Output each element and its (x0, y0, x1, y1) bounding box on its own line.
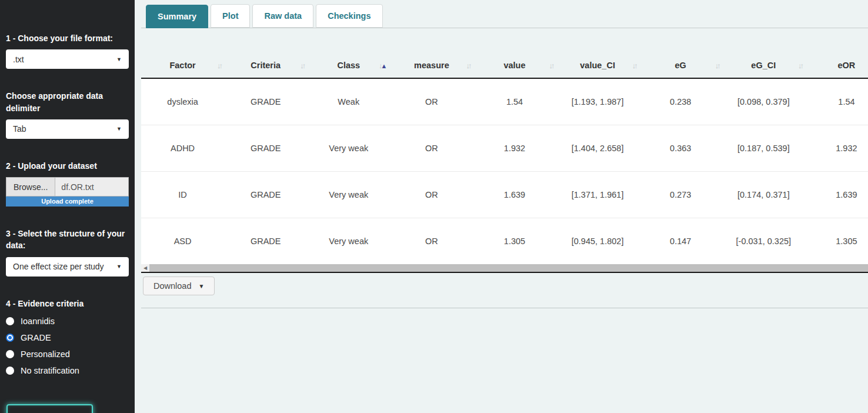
table-cell: ASD (141, 218, 224, 264)
radio-label: GRADE (21, 333, 51, 342)
tab-summary[interactable]: Summary (146, 5, 208, 28)
column-header-class[interactable]: Class↓▲ (307, 52, 390, 78)
column-header-measure[interactable]: measure↓↑ (390, 52, 473, 78)
column-header-label: eOR (838, 61, 856, 70)
table-cell: OR (390, 78, 473, 125)
radio-dot (8, 336, 12, 339)
sort-icon: ↓↑ (549, 61, 553, 69)
radio-label: Personalized (21, 349, 70, 359)
tab-raw-data[interactable]: Raw data (252, 4, 313, 28)
table-cell: [1.193, 1.987] (556, 78, 639, 125)
radio-label: No stratification (21, 366, 79, 375)
column-header-eg[interactable]: eG↓↑ (639, 52, 722, 78)
column-header-label: eG_CI (751, 61, 776, 70)
file-format-value: .txt (13, 55, 24, 64)
delimiter-label: Choose appropriate data delimiter (6, 90, 129, 114)
table-cell: GRADE (224, 78, 307, 125)
sort-icon: ↓↑ (466, 61, 470, 69)
uploaded-file-name[interactable]: df.OR.txt (55, 177, 129, 196)
upload-group: 2 - Upload your dataset Browse... df.OR.… (6, 160, 129, 206)
tab-checkings[interactable]: Checkings (316, 4, 382, 28)
table-cell: dyslexia (141, 78, 224, 125)
table-row: ADHDGRADEVery weakOR1.932[1.404, 2.658]0… (141, 125, 868, 171)
radio-unselected-icon[interactable] (6, 367, 14, 375)
table-cell: ADHD (141, 125, 224, 171)
radio-option-no-stratification[interactable]: No stratification (6, 366, 129, 375)
scrollbar-thumb[interactable] (149, 264, 868, 272)
column-header-label: value_CI (580, 61, 615, 70)
browse-button[interactable]: Browse... (6, 177, 55, 196)
radio-unselected-icon[interactable] (6, 317, 14, 325)
table-cell: 0.238 (639, 78, 722, 125)
main-content: SummaryPlotRaw dataCheckings Factor↓↑Cri… (135, 0, 868, 413)
table-cell: ID (141, 171, 224, 218)
table-cell: OR (390, 171, 473, 218)
column-header-factor[interactable]: Factor↓↑ (141, 52, 224, 78)
section-divider (141, 308, 868, 308)
file-input: Browse... df.OR.txt (6, 177, 129, 196)
evidence-radio-group: IoannidisGRADEPersonalizedNo stratificat… (6, 317, 129, 375)
chevron-down-icon: ▼ (116, 126, 122, 132)
chevron-down-icon: ▼ (116, 264, 122, 269)
sort-icon: ↓↑ (300, 61, 304, 69)
radio-option-ioannidis[interactable]: Ioannidis (6, 317, 129, 326)
table-cell: 0.147 (639, 218, 722, 264)
table-cell: Very weak (307, 218, 390, 264)
sort-ascending-icon: ↓▲ (379, 61, 387, 69)
table-cell: Very weak (307, 171, 390, 218)
column-header-criteria[interactable]: Criteria↓↑ (224, 52, 307, 78)
table-cell: [0.098, 0.379] (722, 78, 805, 125)
chevron-down-icon: ▼ (116, 56, 122, 62)
download-button[interactable]: Download ▼ (143, 277, 215, 295)
table-cell: [0.945, 1.802] (556, 218, 639, 264)
table-cell: [0.174, 0.371] (722, 171, 805, 218)
app-window: 1 - Choose your file format: .txt ▼ Choo… (0, 0, 868, 413)
radio-option-grade[interactable]: GRADE (6, 333, 129, 342)
table-cell: GRADE (224, 171, 307, 218)
column-header-label: Criteria (251, 61, 281, 70)
column-header-eor[interactable]: eOR↓↑ (805, 52, 868, 78)
radio-unselected-icon[interactable] (6, 350, 14, 358)
sort-icon: ↓↑ (798, 61, 802, 69)
table-cell: 1.639 (805, 171, 868, 218)
table-cell: [-0.031, 0.325] (722, 218, 805, 264)
table-row: IDGRADEVery weakOR1.639[1.371, 1.961]0.2… (141, 171, 868, 218)
run-analysis-button[interactable]: ▶ Run Analysis (6, 404, 93, 413)
column-header-value-ci[interactable]: value_CI↓↑ (556, 52, 639, 78)
column-header-label: value (503, 61, 525, 70)
table-cell: [1.371, 1.961] (556, 171, 639, 218)
table-cell: 1.932 (473, 125, 556, 171)
sidebar: 1 - Choose your file format: .txt ▼ Choo… (0, 0, 135, 413)
table-cell: 1.305 (805, 218, 868, 264)
table-cell: 0.363 (639, 125, 722, 171)
delimiter-select[interactable]: Tab ▼ (6, 119, 129, 139)
upload-label: 2 - Upload your dataset (6, 160, 129, 172)
table-header-row: Factor↓↑Criteria↓↑Class↓▲measure↓↑value↓… (141, 52, 868, 78)
file-format-group: 1 - Choose your file format: .txt ▼ (6, 32, 129, 69)
structure-label: 3 - Select the structure of your data: (6, 228, 129, 252)
download-label: Download (153, 281, 192, 291)
delimiter-value: Tab (13, 124, 26, 134)
radio-selected-icon[interactable] (6, 334, 14, 342)
table-cell: Very weak (307, 125, 390, 171)
evidence-group: 4 - Evidence criteria IoannidisGRADEPers… (6, 298, 129, 375)
column-header-eg-ci[interactable]: eG_CI↓↑ (722, 52, 805, 78)
radio-option-personalized[interactable]: Personalized (6, 349, 129, 359)
structure-value: One effect size per study (13, 262, 104, 271)
file-format-select[interactable]: .txt ▼ (6, 49, 129, 69)
column-header-value[interactable]: value↓↑ (473, 52, 556, 78)
table-cell: 1.54 (805, 78, 868, 125)
table-row: ASDGRADEVery weakOR1.305[0.945, 1.802]0.… (141, 218, 868, 264)
table-cell: 1.639 (473, 171, 556, 218)
table-cell: 1.54 (473, 78, 556, 125)
structure-select[interactable]: One effect size per study ▼ (6, 257, 129, 277)
horizontal-scrollbar[interactable]: ◀ (141, 264, 868, 272)
sort-icon: ↓↑ (632, 61, 636, 69)
summary-table: Factor↓↑Criteria↓↑Class↓▲measure↓↑value↓… (141, 52, 868, 264)
scroll-left-arrow-icon[interactable]: ◀ (141, 264, 149, 272)
column-header-label: eG (675, 61, 686, 70)
tab-plot[interactable]: Plot (211, 4, 250, 28)
upload-progress-bar: Upload complete (6, 196, 129, 206)
table-cell: GRADE (224, 125, 307, 171)
evidence-label: 4 - Evidence criteria (6, 298, 129, 309)
